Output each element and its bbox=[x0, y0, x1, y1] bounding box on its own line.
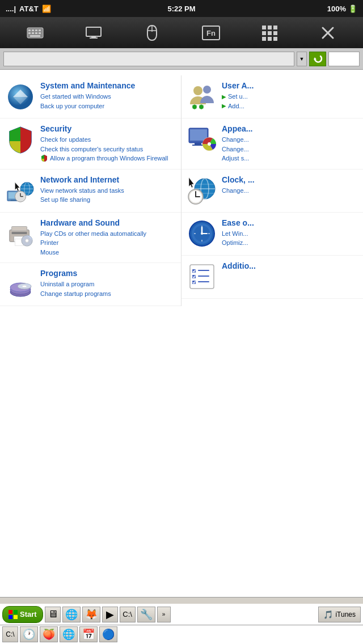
svg-rect-10 bbox=[86, 27, 101, 36]
ease-text: Ease o... Let Win... Optimiz... bbox=[222, 218, 358, 248]
taskbar-cmd[interactable]: C:\ bbox=[120, 607, 136, 622]
appearance-link-1[interactable]: Change... bbox=[222, 135, 358, 145]
programs-link-1[interactable]: Uninstall a program bbox=[40, 279, 176, 289]
grid-icon[interactable] bbox=[259, 23, 280, 43]
appearance-item: Appea... Change... Change... Adjust s... bbox=[182, 118, 363, 170]
security-link-1[interactable]: Check for updates bbox=[40, 135, 176, 145]
programs-icon bbox=[5, 269, 36, 300]
taskbar-more-button[interactable]: » bbox=[157, 607, 171, 622]
mouse-icon[interactable] bbox=[142, 23, 162, 43]
address-arrow[interactable]: ▼ bbox=[297, 52, 307, 66]
programs-title[interactable]: Programs bbox=[40, 269, 176, 278]
svg-point-53 bbox=[22, 285, 27, 287]
svg-marker-41 bbox=[15, 183, 20, 191]
security-title[interactable]: Security bbox=[40, 124, 176, 133]
additional-title[interactable]: Additio... bbox=[222, 261, 358, 270]
hardware-title[interactable]: Hardware and Sound bbox=[40, 218, 176, 227]
programs-link-2[interactable]: Change startup programs bbox=[40, 289, 176, 299]
svg-rect-2 bbox=[32, 29, 34, 31]
taskbar-row2-cmd[interactable]: C:\ bbox=[2, 626, 18, 642]
svg-rect-92 bbox=[14, 615, 18, 619]
svg-point-61 bbox=[208, 142, 211, 146]
appearance-link-3[interactable]: Adjust s... bbox=[222, 154, 358, 163]
security-firewall-link[interactable]: Allow a program through Windows Firewall bbox=[40, 154, 176, 163]
taskbar-firefox[interactable]: 🦊 bbox=[82, 607, 100, 622]
ease-title[interactable]: Ease o... bbox=[222, 218, 358, 227]
refresh-button[interactable] bbox=[309, 52, 326, 66]
status-left: ....| AT&T 📶 bbox=[6, 5, 51, 13]
hardware-link-3[interactable]: Mouse bbox=[40, 248, 176, 257]
additional-text: Additio... bbox=[222, 261, 358, 272]
security-link-2[interactable]: Check this computer's security status bbox=[40, 145, 176, 154]
clock-icon bbox=[186, 175, 217, 206]
system-text: System and Maintenance Get started with … bbox=[40, 81, 176, 111]
security-links: Check for updates Check this computer's … bbox=[40, 135, 176, 163]
hardware-links: Play CDs or other media automatically Pr… bbox=[40, 229, 176, 257]
user-item: User A... ▶ Set u... ▶ Add... bbox=[182, 75, 363, 118]
start-button[interactable]: Start bbox=[2, 606, 43, 623]
taskbar-row2-chrome[interactable]: 🌐 bbox=[60, 626, 78, 642]
security-item: Security Check for updates Check this co… bbox=[0, 118, 181, 170]
taskbar-tool[interactable]: 🔧 bbox=[137, 607, 155, 622]
system-item: System and Maintenance Get started with … bbox=[0, 75, 181, 118]
taskbar-row2-calendar[interactable]: 📅 bbox=[79, 626, 98, 642]
additional-item: Additio... bbox=[182, 256, 363, 299]
svg-rect-43 bbox=[11, 232, 27, 234]
search-input[interactable] bbox=[328, 52, 360, 66]
additional-icon bbox=[186, 261, 217, 293]
user-link-2[interactable]: ▶ Add... bbox=[222, 101, 358, 111]
network-title[interactable]: Network and Internet bbox=[40, 175, 176, 184]
svg-rect-89 bbox=[9, 610, 12, 614]
system-title[interactable]: System and Maintenance bbox=[40, 81, 176, 90]
taskbar-row2-app2[interactable]: 🔵 bbox=[99, 626, 117, 642]
svg-rect-45 bbox=[11, 227, 27, 231]
svg-rect-4 bbox=[39, 29, 41, 31]
svg-point-77 bbox=[201, 232, 203, 235]
fn-icon[interactable]: Fn bbox=[201, 23, 221, 43]
svg-rect-22 bbox=[273, 31, 277, 35]
clock-title[interactable]: Clock, ... bbox=[222, 175, 358, 184]
user-link-1[interactable]: ▶ Set u... bbox=[222, 92, 358, 101]
network-icon bbox=[5, 175, 36, 206]
appearance-link-2[interactable]: Change... bbox=[222, 145, 358, 154]
network-link-1[interactable]: View network status and tasks bbox=[40, 186, 176, 196]
user-title[interactable]: User A... bbox=[222, 81, 358, 90]
ease-link-1[interactable]: Let Win... bbox=[222, 229, 358, 239]
appearance-title[interactable]: Appea... bbox=[222, 124, 358, 133]
programs-links: Uninstall a program Change startup progr… bbox=[40, 279, 176, 298]
taskbar-row2-clock[interactable]: 🕐 bbox=[20, 626, 38, 642]
hardware-link-1[interactable]: Play CDs or other media automatically bbox=[40, 229, 176, 239]
taskbar-row2-app1[interactable]: 🍑 bbox=[40, 626, 58, 642]
tools-icon[interactable] bbox=[318, 23, 338, 43]
programs-item: Programs Uninstall a program Change star… bbox=[0, 263, 181, 306]
svg-rect-24 bbox=[268, 37, 272, 41]
hardware-link-2[interactable]: Printer bbox=[40, 238, 176, 248]
svg-rect-59 bbox=[192, 145, 204, 146]
network-link-2[interactable]: Set up file sharing bbox=[40, 195, 176, 205]
clock-item: Clock, ... Change... bbox=[182, 170, 363, 213]
appearance-links: Change... Change... Adjust s... bbox=[222, 135, 358, 163]
svg-rect-7 bbox=[35, 32, 37, 34]
hardware-item: Hardware and Sound Play CDs or other med… bbox=[0, 213, 181, 264]
address-dropdown[interactable] bbox=[3, 52, 294, 66]
system-link-1[interactable]: Get started with Windows bbox=[40, 92, 176, 101]
svg-rect-21 bbox=[268, 31, 272, 35]
svg-rect-25 bbox=[273, 37, 277, 41]
taskbar-media[interactable]: ▶ bbox=[102, 607, 118, 622]
taskbar-monitor[interactable]: 🖥 bbox=[45, 607, 61, 622]
horizontal-scrollbar[interactable] bbox=[0, 597, 363, 604]
itunes-button[interactable]: 🎵 iTunes bbox=[318, 607, 361, 622]
taskbar-ie[interactable]: 🌐 bbox=[62, 607, 81, 622]
svg-point-55 bbox=[203, 86, 211, 94]
keyboard-icon[interactable] bbox=[25, 23, 45, 43]
ease-link-2[interactable]: Optimiz... bbox=[222, 238, 358, 248]
wifi-icon: 📶 bbox=[42, 5, 51, 13]
clock-link-1[interactable]: Change... bbox=[222, 186, 358, 196]
screen-icon[interactable] bbox=[83, 23, 104, 43]
svg-rect-6 bbox=[32, 32, 34, 34]
security-text: Security Check for updates Check this co… bbox=[40, 124, 176, 163]
svg-rect-17 bbox=[262, 26, 266, 29]
svg-rect-86 bbox=[198, 276, 209, 277]
signal-icon: ....| bbox=[6, 5, 16, 13]
system-link-2[interactable]: Back up your computer bbox=[40, 101, 176, 111]
